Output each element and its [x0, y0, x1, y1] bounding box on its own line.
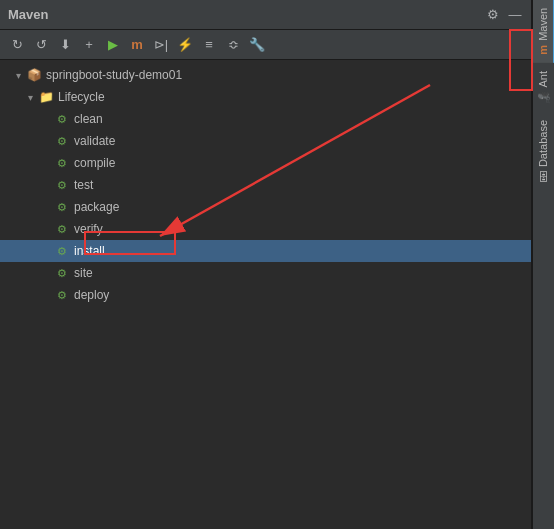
deploy-gear-icon: ⚙: [54, 287, 70, 303]
tab-database[interactable]: 🗄 Database: [533, 112, 555, 190]
validate-expand: [40, 135, 52, 147]
verify-expand: [40, 223, 52, 235]
panel-title: Maven: [8, 7, 48, 22]
lifecycle-node[interactable]: 📁 Lifecycle: [0, 86, 531, 108]
panel-header: Maven ⚙ —: [0, 0, 531, 30]
lifecycle-test[interactable]: ⚙ test: [0, 174, 531, 196]
lifecycle-folder-icon: 📁: [38, 89, 54, 105]
clean-gear-icon: ⚙: [54, 111, 70, 127]
lifecycle-install[interactable]: ⚙ install: [0, 240, 531, 262]
phases-icon[interactable]: ⊳|: [152, 36, 170, 54]
test-expand: [40, 179, 52, 191]
lifecycle-package[interactable]: ⚙ package: [0, 196, 531, 218]
steps-icon[interactable]: ≡: [200, 36, 218, 54]
tree-root[interactable]: 📦 springboot-study-demo01: [0, 64, 531, 86]
database-tab-icon: 🗄: [537, 171, 549, 182]
root-label: springboot-study-demo01: [46, 68, 182, 82]
package-expand: [40, 201, 52, 213]
compile-gear-icon: ⚙: [54, 155, 70, 171]
tree-container[interactable]: 📦 springboot-study-demo01 📁 Lifecycle ⚙ …: [0, 60, 531, 529]
lifecycle-label: Lifecycle: [58, 90, 105, 104]
maven-m-icon[interactable]: m: [128, 36, 146, 54]
download-icon[interactable]: ⬇: [56, 36, 74, 54]
maven-tab-icon: m: [537, 45, 549, 55]
main-container: Maven ⚙ — ↻ ↺ ⬇ + ▶ m ⊳| ⚡ ≡ ≎ 🔧 📦: [0, 0, 554, 529]
lifecycle-validate[interactable]: ⚙ validate: [0, 130, 531, 152]
toolbar: ↻ ↺ ⬇ + ▶ m ⊳| ⚡ ≡ ≎ 🔧: [0, 30, 531, 60]
deploy-label: deploy: [74, 288, 109, 302]
pin-icon[interactable]: —: [507, 7, 523, 23]
validate-gear-icon: ⚙: [54, 133, 70, 149]
compile-expand: [40, 157, 52, 169]
ant-tab-icon: 🐜: [536, 91, 549, 104]
compile-label: compile: [74, 156, 115, 170]
verify-label: verify: [74, 222, 103, 236]
lightning-icon[interactable]: ⚡: [176, 36, 194, 54]
module-icon: 📦: [26, 67, 42, 83]
sync-icon[interactable]: ↺: [32, 36, 50, 54]
install-label: install: [74, 244, 105, 258]
lifecycle-deploy[interactable]: ⚙ deploy: [0, 284, 531, 306]
verify-gear-icon: ⚙: [54, 221, 70, 237]
add-icon[interactable]: +: [80, 36, 98, 54]
maven-panel: Maven ⚙ — ↻ ↺ ⬇ + ▶ m ⊳| ⚡ ≡ ≎ 🔧 📦: [0, 0, 532, 529]
header-icons: ⚙ —: [485, 7, 523, 23]
refresh-icon[interactable]: ↻: [8, 36, 26, 54]
test-label: test: [74, 178, 93, 192]
deploy-expand: [40, 289, 52, 301]
toggle-icon[interactable]: ≎: [224, 36, 242, 54]
site-gear-icon: ⚙: [54, 265, 70, 281]
lifecycle-compile[interactable]: ⚙ compile: [0, 152, 531, 174]
site-label: site: [74, 266, 93, 280]
maven-tab-label: Maven: [537, 8, 549, 41]
right-sidebar: m Maven 🐜 Ant 🗄 Database: [532, 0, 554, 529]
lifecycle-clean[interactable]: ⚙ clean: [0, 108, 531, 130]
tab-ant[interactable]: 🐜 Ant: [532, 63, 554, 113]
install-expand: [40, 245, 52, 257]
tab-maven[interactable]: m Maven: [533, 0, 555, 63]
clean-expand: [40, 113, 52, 125]
validate-label: validate: [74, 134, 115, 148]
install-gear-icon: ⚙: [54, 243, 70, 259]
run-icon[interactable]: ▶: [104, 36, 122, 54]
test-gear-icon: ⚙: [54, 177, 70, 193]
lifecycle-verify[interactable]: ⚙ verify: [0, 218, 531, 240]
settings-icon[interactable]: ⚙: [485, 7, 501, 23]
clean-label: clean: [74, 112, 103, 126]
site-expand: [40, 267, 52, 279]
lifecycle-expand-arrow: [24, 91, 36, 103]
wrench-icon[interactable]: 🔧: [248, 36, 266, 54]
root-expand-arrow: [12, 69, 24, 81]
package-label: package: [74, 200, 119, 214]
database-tab-label: Database: [537, 120, 549, 167]
ant-tab-label: Ant: [537, 71, 549, 88]
lifecycle-site[interactable]: ⚙ site: [0, 262, 531, 284]
package-gear-icon: ⚙: [54, 199, 70, 215]
